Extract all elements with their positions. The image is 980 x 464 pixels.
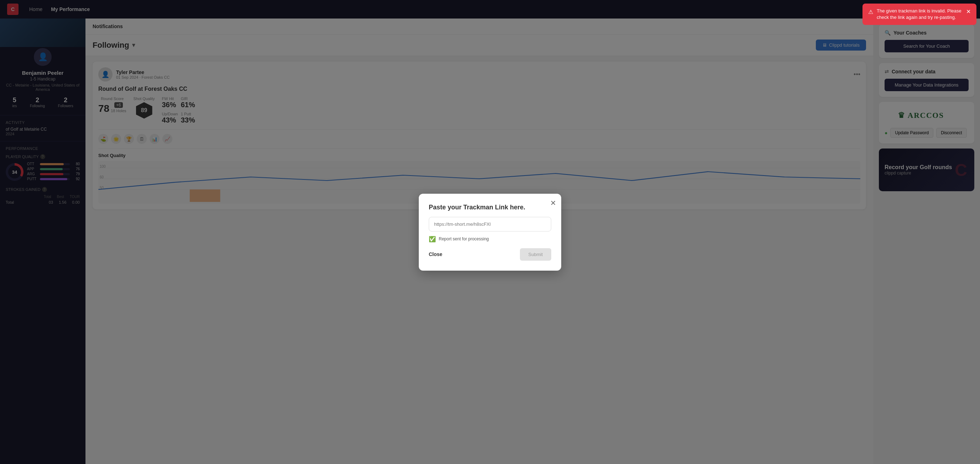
error-toast: ⚠ The given trackman link is invalid. Pl…: [862, 3, 977, 25]
toast-close-button[interactable]: ✕: [966, 8, 971, 16]
modal-success-message: ✅ Report sent for processing: [429, 236, 551, 243]
modal-title: Paste your Trackman Link here.: [429, 204, 551, 211]
warning-icon: ⚠: [868, 8, 873, 16]
success-check-icon: ✅: [429, 236, 436, 243]
toast-message: The given trackman link is invalid. Plea…: [877, 8, 963, 21]
modal-close-button[interactable]: Close: [429, 251, 442, 257]
trackman-link-input[interactable]: [429, 217, 551, 232]
modal-submit-button[interactable]: Submit: [520, 248, 551, 261]
modal-actions: Close Submit: [429, 248, 551, 261]
modal-overlay: Paste your Trackman Link here. ✕ ✅ Repor…: [0, 0, 980, 464]
modal-close-x-button[interactable]: ✕: [550, 199, 556, 207]
success-text: Report sent for processing: [439, 237, 489, 242]
trackman-modal: Paste your Trackman Link here. ✕ ✅ Repor…: [419, 194, 561, 271]
